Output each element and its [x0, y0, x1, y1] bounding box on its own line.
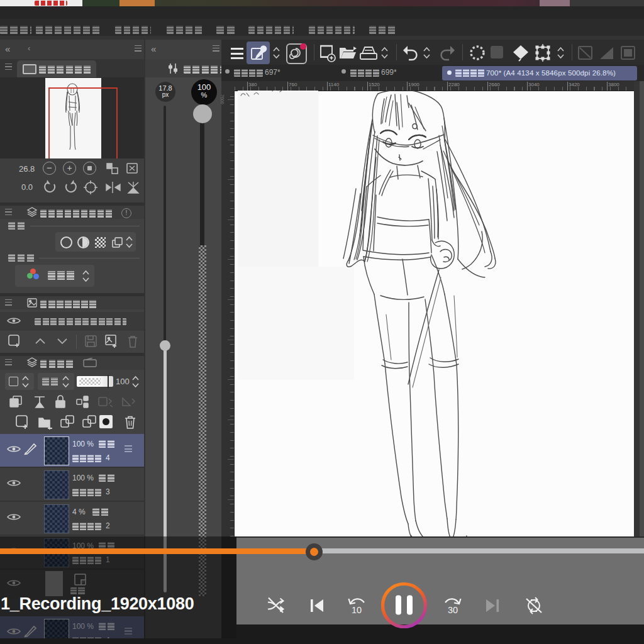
svg-text:30: 30	[448, 605, 458, 615]
svg-text:10: 10	[352, 605, 362, 615]
